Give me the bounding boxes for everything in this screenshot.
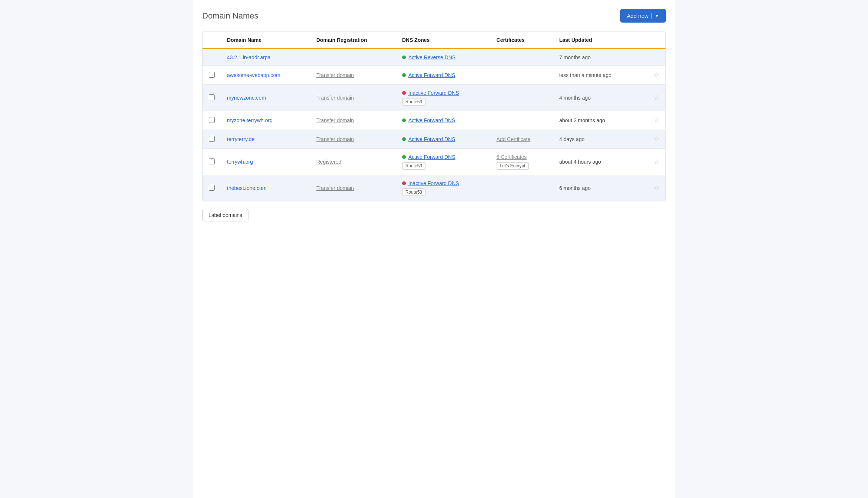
add-new-button[interactable]: Add new ▼ <box>620 9 666 23</box>
domain-registration-cell: Transfer domain <box>310 111 396 130</box>
star-cell[interactable]: ☆ <box>641 111 665 130</box>
star-cell[interactable]: ☆ <box>641 66 665 85</box>
registration-link[interactable]: Transfer domain <box>316 117 354 123</box>
domain-table: Domain Name Domain Registration DNS Zone… <box>203 32 665 201</box>
domain-registration-cell: Transfer domain <box>310 130 396 149</box>
dns-status-link[interactable]: Active Forward DNS <box>408 154 455 160</box>
checkbox-cell <box>203 49 221 66</box>
last-updated-cell: 7 months ago <box>553 49 641 66</box>
col-certificates: Certificates <box>491 32 554 49</box>
last-updated-cell: about 2 months ago <box>553 111 641 130</box>
domain-registration-cell <box>310 49 396 66</box>
checkbox-cell <box>203 66 221 85</box>
last-updated-cell: 6 months ago <box>553 175 641 201</box>
row-checkbox[interactable] <box>209 136 215 142</box>
dns-status-link[interactable]: Active Forward DNS <box>408 72 455 78</box>
registration-link[interactable]: Transfer domain <box>316 95 354 101</box>
certificate-badge: Let's Encrypt <box>497 162 529 170</box>
star-cell[interactable]: ☆ <box>641 130 665 149</box>
dns-status-link[interactable]: Active Forward DNS <box>408 117 455 123</box>
table-row: myzone.terrywh.orgTransfer domainActive … <box>203 111 665 130</box>
dns-zones-cell: Active Forward DNS <box>396 130 491 149</box>
table-header-row: Domain Name Domain Registration DNS Zone… <box>203 32 665 49</box>
certificates-cell <box>491 85 554 111</box>
domain-link[interactable]: 43.2.1.in-addr.arpa <box>227 54 271 60</box>
certificates-cell: 5 CertificatesLet's Encrypt <box>491 149 554 175</box>
page-header: Domain Names Add new ▼ <box>202 9 666 23</box>
domain-registration-cell: Transfer domain <box>310 66 396 85</box>
last-updated-cell: less than a minute ago <box>553 66 641 85</box>
domain-registration-cell: Transfer domain <box>310 175 396 201</box>
dns-zones-cell: Active Reverse DNS <box>396 49 491 66</box>
certificates-cell <box>491 175 554 201</box>
inactive-dot <box>402 91 406 95</box>
page-title: Domain Names <box>202 11 258 21</box>
dns-zones-cell: Active Forward DNS <box>396 111 491 130</box>
domain-name-cell: awesome-webapp.com <box>221 66 310 85</box>
domain-name-cell: mynewzone.com <box>221 85 310 111</box>
col-last-updated: Last Updated <box>553 32 641 49</box>
certificate-link[interactable]: 5 Certificates <box>497 154 548 160</box>
row-checkbox[interactable] <box>209 117 215 123</box>
label-domains-button[interactable]: Label domains <box>202 209 248 221</box>
table-row: terrywh.orgRegisteredActive Forward DNSR… <box>203 149 665 175</box>
domain-name-cell: terrywh.org <box>221 149 310 175</box>
domain-name-cell: thebestzone.com <box>221 175 310 201</box>
checkbox-cell <box>203 85 221 111</box>
certificate-link[interactable]: Add Certificate <box>497 136 548 142</box>
row-checkbox[interactable] <box>209 72 215 78</box>
row-checkbox[interactable] <box>209 94 215 100</box>
registration-link[interactable]: Registered <box>316 159 341 165</box>
registration-link[interactable]: Transfer domain <box>316 72 354 78</box>
domain-link[interactable]: thebestzone.com <box>227 185 267 191</box>
active-dot <box>402 155 406 159</box>
table-row: terryterry.deTransfer domainActive Forwa… <box>203 130 665 149</box>
certificates-cell <box>491 111 554 130</box>
dns-badge: Route53 <box>402 188 425 196</box>
active-dot <box>402 118 406 122</box>
dns-zones-cell: Inactive Forward DNSRoute53 <box>396 85 491 111</box>
last-updated-cell: 4 days ago <box>553 130 641 149</box>
dns-status-link[interactable]: Inactive Forward DNS <box>408 90 459 96</box>
col-domain-name: Domain Name <box>221 32 310 49</box>
star-cell[interactable]: ☆ <box>641 175 665 201</box>
domain-link[interactable]: myzone.terrywh.org <box>227 117 273 123</box>
checkbox-cell <box>203 111 221 130</box>
col-dns-zones: DNS Zones <box>396 32 491 49</box>
registration-link[interactable]: Transfer domain <box>316 185 354 191</box>
star-cell[interactable]: ☆ <box>641 85 665 111</box>
dns-status-link[interactable]: Active Forward DNS <box>408 136 455 142</box>
col-checkbox <box>203 32 221 49</box>
dns-status-link[interactable]: Active Reverse DNS <box>408 54 456 60</box>
page-container: Domain Names Add new ▼ Domain Name Domai… <box>193 0 675 498</box>
checkbox-cell <box>203 149 221 175</box>
checkbox-cell <box>203 130 221 149</box>
col-star <box>641 32 665 49</box>
domain-link[interactable]: awesome-webapp.com <box>227 72 280 78</box>
domain-link[interactable]: terrywh.org <box>227 159 253 165</box>
dns-badge: Route53 <box>402 162 425 170</box>
active-dot <box>402 137 406 141</box>
domain-name-cell: terryterry.de <box>221 130 310 149</box>
domain-link[interactable]: terryterry.de <box>227 136 254 142</box>
last-updated-cell: about 4 hours ago <box>553 149 641 175</box>
footer-actions: Label domains <box>202 209 666 221</box>
table-row: 43.2.1.in-addr.arpaActive Reverse DNS7 m… <box>203 49 665 66</box>
dns-zones-cell: Active Forward DNS <box>396 66 491 85</box>
row-checkbox[interactable] <box>209 158 215 164</box>
certificates-cell <box>491 66 554 85</box>
active-dot <box>402 73 406 77</box>
add-new-caret: ▼ <box>651 13 659 19</box>
star-cell[interactable]: ☆ <box>641 149 665 175</box>
domain-link[interactable]: mynewzone.com <box>227 95 266 101</box>
dns-zones-cell: Inactive Forward DNSRoute53 <box>396 175 491 201</box>
dns-status-link[interactable]: Inactive Forward DNS <box>408 180 459 186</box>
registration-link[interactable]: Transfer domain <box>316 136 354 142</box>
domain-registration-cell: Registered <box>310 149 396 175</box>
domain-name-cell: myzone.terrywh.org <box>221 111 310 130</box>
col-domain-registration: Domain Registration <box>310 32 396 49</box>
dns-zones-cell: Active Forward DNSRoute53 <box>396 149 491 175</box>
add-new-label: Add new <box>627 13 648 19</box>
certificates-cell <box>491 49 554 66</box>
row-checkbox[interactable] <box>209 185 215 191</box>
